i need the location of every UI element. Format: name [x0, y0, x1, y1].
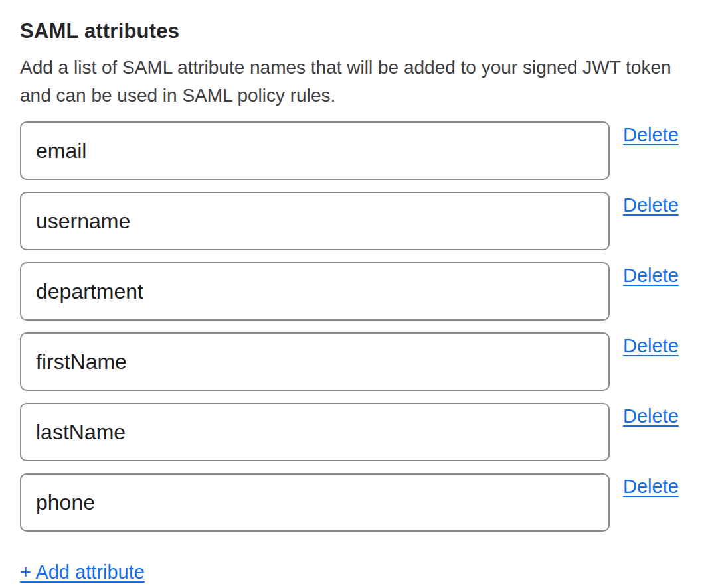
delete-link[interactable]: Delete — [623, 334, 679, 358]
attribute-list: Delete Delete Delete Delete Delete Delet… — [20, 121, 684, 532]
delete-link[interactable]: Delete — [623, 264, 679, 287]
attribute-name-input[interactable] — [20, 192, 610, 250]
attribute-row: Delete — [20, 332, 684, 391]
attribute-row: Delete — [20, 192, 684, 250]
section-description: Add a list of SAML attribute names that … — [20, 54, 684, 110]
delete-link[interactable]: Delete — [623, 194, 679, 217]
delete-link[interactable]: Delete — [623, 405, 679, 428]
attribute-name-input[interactable] — [20, 262, 610, 321]
attribute-row: Delete — [20, 121, 684, 180]
attribute-row: Delete — [20, 403, 684, 461]
delete-link[interactable]: Delete — [623, 475, 679, 498]
attribute-row: Delete — [20, 473, 684, 532]
delete-link[interactable]: Delete — [623, 123, 679, 147]
saml-attributes-section: SAML attributes Add a list of SAML attri… — [20, 19, 684, 584]
attribute-row: Delete — [20, 262, 684, 321]
add-attribute-link[interactable]: + Add attribute — [20, 561, 145, 584]
attribute-name-input[interactable] — [20, 332, 610, 391]
page-title: SAML attributes — [20, 19, 684, 43]
attribute-name-input[interactable] — [20, 403, 610, 461]
attribute-name-input[interactable] — [20, 121, 610, 180]
attribute-name-input[interactable] — [20, 473, 610, 532]
